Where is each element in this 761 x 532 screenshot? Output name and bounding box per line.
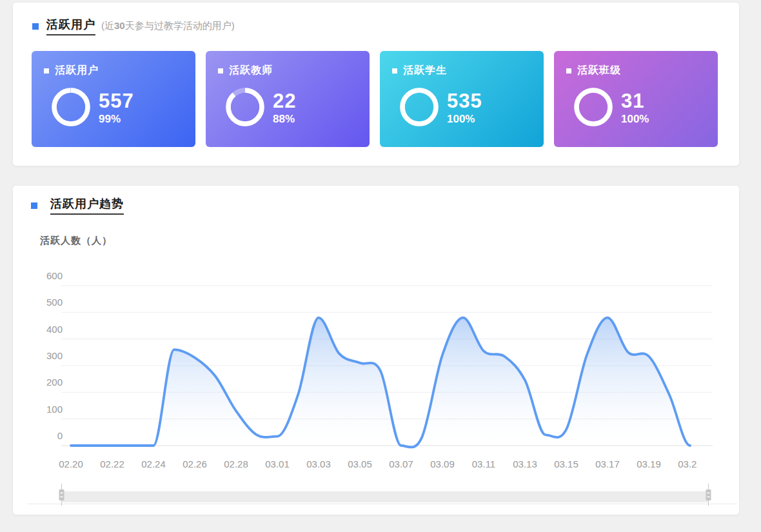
svg-text:200: 200 [46,377,63,388]
card-percent: 100% [447,113,475,126]
svg-text:02.20: 02.20 [59,458,83,469]
svg-text:03.21: 03.21 [678,458,702,469]
active-users-trend-panel: 活跃用户趋势 活跃人数（人） 6005004003002001000 02.20… [13,186,739,515]
svg-text:100: 100 [46,404,63,415]
trend-area-fill [71,318,690,448]
card-bullet-icon [218,68,223,74]
stat-card-active-teachers: 活跃教师 22 88% [206,51,370,147]
svg-text:03.11: 03.11 [472,458,495,469]
card-title: 活跃教师 [229,64,273,77]
card-title: 活跃用户 [55,64,99,77]
donut-chart [573,87,613,127]
svg-text:400: 400 [46,324,63,335]
card-value: 557 [99,90,134,113]
svg-text:500: 500 [46,297,63,308]
svg-text:600: 600 [46,270,63,281]
donut-progress-ring [54,90,88,124]
trend-section-header: 活跃用户趋势 [31,196,124,215]
svg-text:02.28: 02.28 [224,458,248,469]
svg-text:300: 300 [46,350,63,361]
card-title: 活跃班级 [577,64,621,77]
y-axis-name: 活跃人数（人） [40,235,112,247]
stat-cards-row: 活跃用户 557 99% 活跃教师 22 [32,51,718,147]
card-title: 活跃学生 [403,64,447,77]
donut-progress-ring [577,90,610,124]
svg-text:03.07: 03.07 [389,458,413,469]
card-bullet-icon [44,68,49,74]
donut-progress-ring [228,90,262,124]
svg-text:03.17: 03.17 [595,458,620,469]
datazoom-slider[interactable] [27,484,737,506]
card-bullet-icon [392,68,397,74]
donut-chart [51,87,91,127]
svg-text:03.15: 03.15 [554,458,578,469]
svg-text:0: 0 [57,430,63,441]
card-value: 535 [447,90,482,113]
svg-text:03.01: 03.01 [265,458,290,469]
stat-card-active-classes: 活跃班级 31 100% [554,51,718,147]
summary-section-header: 活跃用户 (近30天参与过教学活动的用户) [32,17,235,35]
trend-chart[interactable]: 6005004003002001000 02.2002.2202.2402.26… [13,258,739,515]
square-bullet-icon [31,202,37,209]
svg-text:03.03: 03.03 [306,458,331,469]
square-bullet-icon [32,23,39,30]
datazoom-track[interactable] [61,491,708,502]
stat-card-active-users: 活跃用户 557 99% [32,51,195,147]
x-axis-labels: 02.2002.2202.2402.2602.2803.0103.0303.05… [59,458,702,469]
svg-text:02.24: 02.24 [141,458,166,469]
svg-text:02.22: 02.22 [100,458,124,469]
svg-text:03.09: 03.09 [430,458,455,469]
y-axis-labels: 6005004003002001000 [46,270,63,441]
donut-chart [225,87,265,127]
stat-card-active-students: 活跃学生 535 100% [380,51,544,147]
donut-chart [399,87,439,127]
dashboard-page: { "colors": { "accent_blue": "#3c82f0", … [0,0,761,532]
svg-text:03.19: 03.19 [637,458,661,469]
trend-section-title[interactable]: 活跃用户趋势 [50,196,124,215]
card-percent: 88% [273,113,295,126]
summary-section-subtitle: (近30天参与过教学活动的用户) [101,20,235,32]
card-percent: 100% [621,113,649,126]
svg-text:02.26: 02.26 [183,458,207,469]
summary-section-title[interactable]: 活跃用户 [46,17,95,35]
active-users-panel: 活跃用户 (近30天参与过教学活动的用户) 活跃用户 557 99% 活跃教师 [13,3,739,166]
card-value: 22 [273,90,296,113]
donut-progress-ring [402,90,436,124]
svg-text:03.05: 03.05 [348,458,372,469]
card-percent: 99% [99,113,121,126]
card-value: 31 [621,90,644,113]
svg-text:03.13: 03.13 [513,458,537,469]
card-bullet-icon [566,68,571,74]
